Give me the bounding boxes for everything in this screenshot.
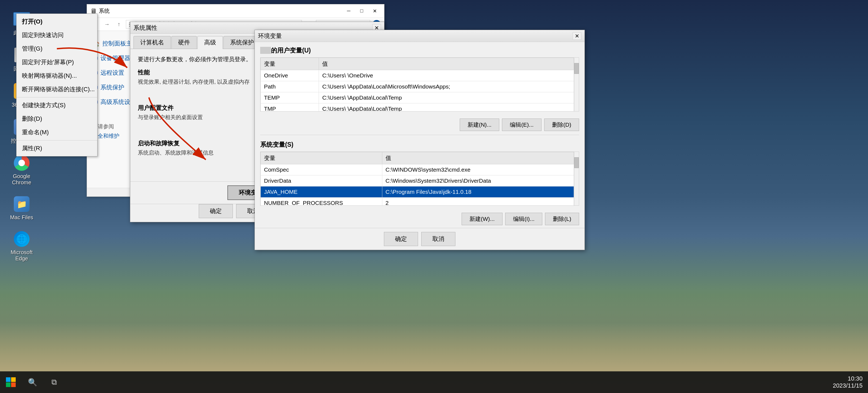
macfiles-icon: 📁 xyxy=(13,195,30,213)
forward-button[interactable]: → xyxy=(102,20,112,29)
sysprops-title: 系统属性 xyxy=(133,24,157,32)
desktop-icon-edge[interactable]: 🌐 Microsoft Edge xyxy=(5,228,38,264)
envvar-user-section: 的用户变量(U) 变量 值 OneDriveC:\Users\ \OneDriv… xyxy=(255,42,585,116)
envvar-user-edit-button[interactable]: 编辑(E)... xyxy=(502,119,541,131)
envvar-sys-scrollbar-thumb[interactable] xyxy=(574,157,579,168)
envvar-user-col-name: 变量 xyxy=(261,58,319,70)
envvar-sys-buttons: 新建(W)... 编辑(I)... 删除(L) xyxy=(255,210,585,228)
minimize-button[interactable]: ─ xyxy=(342,7,355,15)
chrome-icon-label: Google Chrome xyxy=(7,173,36,186)
tab-advanced[interactable]: 高级 xyxy=(197,36,223,49)
system-window-title: 系统 xyxy=(99,7,110,14)
envvar-sys-row-value: C:\WINDOWS\system32\cmd.exe xyxy=(382,164,574,175)
envvar-sys-col-name: 变量 xyxy=(261,152,382,164)
taskbar-task-view[interactable]: ⧉ xyxy=(43,371,65,393)
envvar-user-row-value: C:\Users\ \AppData\Local\Temp xyxy=(319,103,574,111)
envvar-sys-row-name: ComSpec xyxy=(261,164,382,175)
taskview-icon: ⧉ xyxy=(52,378,57,387)
red-arrow-2 xyxy=(133,95,225,170)
context-menu-properties[interactable]: 属性(R) xyxy=(17,141,97,155)
envvar-user-scroll-area: 变量 值 OneDriveC:\Users\ \OneDrivePathC:\U… xyxy=(260,58,574,111)
envvar-user-buttons: 新建(N)... 编辑(E)... 删除(D) xyxy=(255,116,585,134)
taskbar-search-icon: 🔍 xyxy=(28,378,37,387)
envvar-user-title-suffix: 的用户变量(U) xyxy=(271,47,311,54)
context-menu-create-shortcut[interactable]: 创建快捷方式(S) xyxy=(17,99,97,112)
envvar-sys-scroll-area: 变量 值 ComSpecC:\WINDOWS\system32\cmd.exeD… xyxy=(260,152,574,205)
envvar-title: 环境变量 xyxy=(258,32,282,40)
maximize-button[interactable]: □ xyxy=(355,7,368,15)
desktop: 此电脑 🗑 回收站 📦 360压缩 🖥 控制面板 xyxy=(0,0,868,393)
context-menu-delete[interactable]: 删除(D) xyxy=(17,112,97,126)
envvar-user-scrollbar-thumb[interactable] xyxy=(574,63,579,74)
taskbar: 🔍 ⧉ 10:30 2023/11/15 xyxy=(0,371,868,393)
envvar-user-row-value: C:\Users\ \AppData\Local\Temp xyxy=(319,92,574,103)
edge-icon: 🌐 xyxy=(13,230,30,248)
envvar-user-new-button[interactable]: 新建(N)... xyxy=(460,119,499,131)
context-menu-open[interactable]: 打开(O) xyxy=(17,15,97,28)
envvar-sys-scrollbar[interactable] xyxy=(574,152,579,205)
background-mountains xyxy=(0,290,868,371)
envvar-separator xyxy=(260,135,579,135)
envvar-user-row[interactable]: PathC:\Users\ \AppData\Local\Microsoft\W… xyxy=(261,81,574,92)
envvar-user-row-name: TMP xyxy=(261,103,319,111)
desktop-icon-chrome[interactable]: Google Chrome xyxy=(5,152,38,188)
envvar-sys-row[interactable]: ComSpecC:\WINDOWS\system32\cmd.exe xyxy=(261,164,574,175)
envvar-user-title-prefix xyxy=(260,47,271,54)
envvar-sys-table-wrapper: 变量 值 ComSpecC:\WINDOWS\system32\cmd.exeD… xyxy=(260,152,579,206)
taskbar-search[interactable]: 🔍 xyxy=(22,371,43,393)
envvar-user-row-value: C:\Users\ \AppData\Local\Microsoft\Windo… xyxy=(319,81,574,92)
envvar-sys-row-value: C:\Program Files\Java\jdk-11.0.18 xyxy=(382,187,574,198)
envvar-sys-edit-button[interactable]: 编辑(I)... xyxy=(505,213,542,225)
chrome-icon xyxy=(13,154,30,172)
taskbar-date: 2023/11/15 xyxy=(833,382,863,389)
svg-rect-2 xyxy=(6,377,10,382)
svg-rect-5 xyxy=(11,383,16,387)
envvar-user-row-name: OneDrive xyxy=(261,70,319,81)
envvar-user-table: 变量 值 OneDriveC:\Users\ \OneDrivePathC:\U… xyxy=(260,58,574,111)
envvar-user-title: 的用户变量(U) xyxy=(260,46,579,55)
envvar-user-scrollbar[interactable] xyxy=(574,58,579,111)
envvar-sys-row[interactable]: JAVA_HOMEC:\Program Files\Java\jdk-11.0.… xyxy=(261,187,574,198)
envvar-user-delete-button[interactable]: 删除(D) xyxy=(544,119,579,131)
envvar-user-row-name: Path xyxy=(261,81,319,92)
up-button[interactable]: ↑ xyxy=(114,20,124,29)
envvar-user-row-name: TEMP xyxy=(261,92,319,103)
envvar-sys-delete-button[interactable]: 删除(L) xyxy=(545,213,579,225)
desktop-icon-macfiles[interactable]: 📁 Mac Files xyxy=(5,193,38,223)
context-menu-pin-quick[interactable]: 固定到快速访问 xyxy=(17,28,97,42)
context-menu: 打开(O) 固定到快速访问 管理(G) 固定到'开始'屏幕(P) 映射网络驱动器… xyxy=(16,13,97,157)
envvar-sys-section: 系统变量(S) 变量 值 ComSpecC:\WINDOWS\system32\… xyxy=(255,136,585,210)
envvar-sys-row[interactable]: DriverDataC:\Windows\System32\Drivers\Dr… xyxy=(261,175,574,187)
context-menu-disconnect[interactable]: 断开网络驱动器的连接(C)... xyxy=(17,83,97,96)
envvar-user-row[interactable]: OneDriveC:\Users\ \OneDrive xyxy=(261,70,574,81)
taskbar-time: 10:30 xyxy=(833,375,863,382)
envvar-close-button[interactable]: ✕ xyxy=(572,32,581,40)
envvar-user-row[interactable]: TMPC:\Users\ \AppData\Local\Temp xyxy=(261,103,574,111)
windows-logo-icon xyxy=(5,377,16,388)
tab-hardware[interactable]: 硬件 xyxy=(172,36,197,49)
perf-desc: 视觉效果, 处理器计划, 内存使用, 以及虚拟内存 xyxy=(138,78,250,86)
envvar-ok-button[interactable]: 确定 xyxy=(384,232,418,246)
envvar-sys-row-name: DriverData xyxy=(261,175,382,187)
tab-computer-name[interactable]: 计算机名 xyxy=(133,36,171,49)
context-menu-rename[interactable]: 重命名(M) xyxy=(17,126,97,139)
context-menu-sep2 xyxy=(17,140,97,140)
start-button[interactable] xyxy=(0,371,22,393)
envvar-sys-col-value: 值 xyxy=(382,152,574,164)
envvar-dialog: 环境变量 ✕ 的用户变量(U) 变量 值 xyxy=(254,30,585,250)
envvar-cancel-button[interactable]: 取消 xyxy=(421,232,455,246)
window-controls: ─ □ ✕ xyxy=(342,7,381,15)
svg-rect-3 xyxy=(11,377,16,382)
envvar-sys-row-name: NUMBER_OF_PROCESSORS xyxy=(261,198,382,206)
envvar-footer: 确定 取消 xyxy=(255,228,585,250)
envvar-sys-row-name: JAVA_HOME xyxy=(261,187,382,198)
sysprops-ok-button[interactable]: 确定 xyxy=(199,204,233,218)
envvar-user-row[interactable]: TEMPC:\Users\ \AppData\Local\Temp xyxy=(261,92,574,103)
envvar-sys-row[interactable]: NUMBER_OF_PROCESSORS2 xyxy=(261,198,574,206)
envvar-sys-table: 变量 值 ComSpecC:\WINDOWS\system32\cmd.exeD… xyxy=(260,152,574,205)
close-button[interactable]: ✕ xyxy=(369,7,381,15)
envvar-sys-title: 系统变量(S) xyxy=(260,140,579,149)
taskbar-clock: 10:30 2023/11/15 xyxy=(827,375,868,389)
edge-icon-label: Microsoft Edge xyxy=(7,249,36,262)
envvar-sys-new-button[interactable]: 新建(W)... xyxy=(462,213,502,225)
